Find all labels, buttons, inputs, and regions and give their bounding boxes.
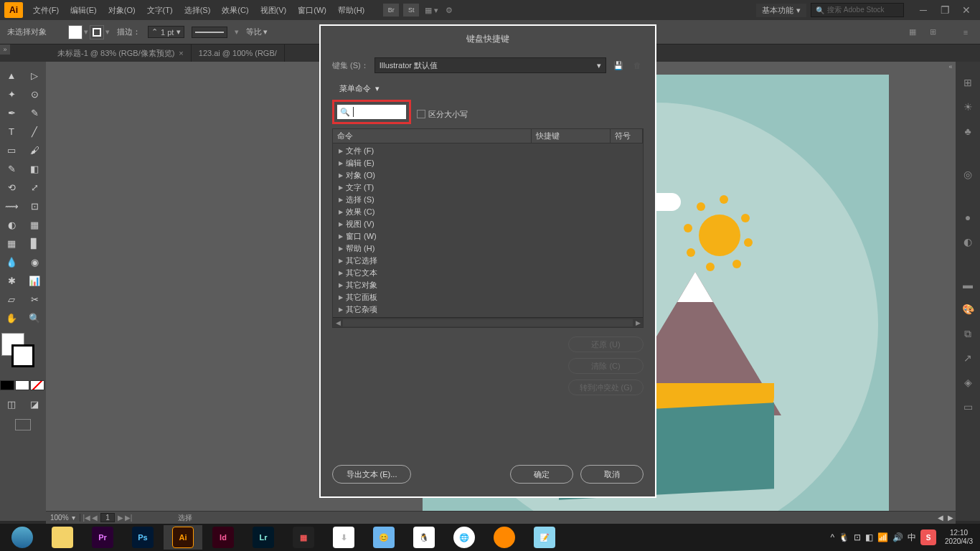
next-artboard-icon[interactable]: ▶ xyxy=(118,514,123,522)
close-tab-icon[interactable]: × xyxy=(179,49,183,57)
zoom-dropdown[interactable]: 100% ▾ xyxy=(46,514,80,522)
ok-button[interactable]: 确定 xyxy=(510,465,573,484)
table-scrollbar[interactable]: ◀ ▶ xyxy=(333,317,643,327)
magic-wand-tool[interactable]: ✦ xyxy=(0,85,23,103)
menu-type[interactable]: 文字(T) xyxy=(141,0,179,20)
delete-keyset-icon[interactable]: 🗑 xyxy=(631,59,644,72)
direct-selection-tool[interactable]: ▷ xyxy=(23,66,46,85)
blend-tool[interactable]: ◉ xyxy=(23,253,46,271)
eyedropper-tool[interactable]: 💧 xyxy=(0,253,23,271)
column-graph-tool[interactable]: 📊 xyxy=(23,271,46,290)
libraries-panel-icon[interactable]: ☀ xyxy=(959,99,976,115)
color-swatch-none[interactable] xyxy=(30,380,44,390)
graphic-styles-panel-icon[interactable]: ↗ xyxy=(959,350,976,366)
fill-stroke-picker[interactable] xyxy=(0,331,46,367)
screen-mode-button[interactable] xyxy=(0,419,46,430)
color-swatch-black[interactable] xyxy=(0,380,14,390)
command-row[interactable]: ▶文字 (T) xyxy=(333,182,643,194)
symbol-sprayer-tool[interactable]: ✱ xyxy=(0,271,23,290)
stroke-width-input[interactable]: ⌃ 1 pt ▾ xyxy=(148,26,184,38)
taskbar-clock[interactable]: 12:10 2020/4/3 xyxy=(941,529,977,546)
command-row[interactable]: ▶编辑 (E) xyxy=(333,157,643,169)
pen-tool[interactable]: ✒ xyxy=(0,103,23,122)
scroll-right-icon[interactable]: ▶ xyxy=(946,514,956,522)
command-row[interactable]: ▶帮助 (H) xyxy=(333,242,643,255)
col-shortcut[interactable]: 快捷键 xyxy=(532,129,611,143)
collapse-panels-icon[interactable]: « xyxy=(946,62,956,72)
tray-expand-icon[interactable]: ^ xyxy=(830,532,834,542)
taskbar-lightroom[interactable]: Lr xyxy=(244,525,283,550)
first-artboard-icon[interactable]: |◀ xyxy=(83,514,91,522)
slice-tool[interactable]: ✂ xyxy=(23,290,46,309)
col-symbol[interactable]: 符号 xyxy=(611,129,643,143)
menu-file[interactable]: 文件(F) xyxy=(27,0,65,20)
menu-view[interactable]: 视图(V) xyxy=(255,0,293,20)
tray-app-icon[interactable]: ⊡ xyxy=(854,532,861,542)
line-tool[interactable]: ╱ xyxy=(23,122,46,141)
artboard-tool[interactable]: ▱ xyxy=(0,290,23,309)
taskbar-indesign[interactable]: Id xyxy=(204,525,242,550)
keyset-dropdown[interactable]: Illustrator 默认值 ▾ xyxy=(374,57,606,73)
taskbar-qq[interactable]: 🐧 xyxy=(405,525,443,550)
taskbar-chrome[interactable]: 🌐 xyxy=(445,525,484,550)
workspace-dropdown[interactable]: 基本功能 ▾ xyxy=(756,4,806,17)
stepper-icon[interactable]: ⌃ xyxy=(151,27,158,37)
uniform-scale-dropdown[interactable]: 等比 ▾ xyxy=(246,27,268,37)
document-setup-icon[interactable]: ▦ xyxy=(905,25,920,39)
artboards-panel-icon[interactable]: ▭ xyxy=(959,399,976,415)
document-tab[interactable]: 123.ai @ 100% (RGB/ xyxy=(192,44,285,62)
stock-search-input[interactable]: 🔍 搜索 Adobe Stock xyxy=(811,3,904,17)
menu-window[interactable]: 窗口(W) xyxy=(292,0,332,20)
selection-tool[interactable]: ▲ xyxy=(0,66,23,85)
scroll-left-icon[interactable]: ◀ xyxy=(936,514,946,522)
preferences-icon[interactable]: ⊞ xyxy=(925,25,940,39)
mesh-tool[interactable]: ▦ xyxy=(0,234,23,253)
tray-ime-icon[interactable]: 中 xyxy=(908,532,916,544)
scroll-left-icon[interactable]: ◀ xyxy=(333,319,343,326)
curvature-tool[interactable]: ✎ xyxy=(23,103,46,122)
color-panel-icon[interactable]: ● xyxy=(959,209,976,225)
shaper-tool[interactable]: ✎ xyxy=(0,159,23,178)
stroke-swatch[interactable] xyxy=(90,25,104,39)
menu-effect[interactable]: 效果(C) xyxy=(216,0,254,20)
rotate-tool[interactable]: ⟲ xyxy=(0,178,23,197)
draw-mode-behind[interactable]: ◪ xyxy=(23,395,46,413)
command-type-dropdown[interactable]: 菜单命令 ▾ xyxy=(339,83,380,94)
taskbar-illustrator[interactable]: Ai xyxy=(164,525,202,550)
panel-menu-icon[interactable]: ≡ xyxy=(958,25,973,39)
color-guide-panel-icon[interactable]: ◐ xyxy=(959,234,976,250)
fill-swatch[interactable] xyxy=(68,25,83,39)
brushes-panel-icon[interactable]: ♣ xyxy=(959,123,976,139)
rectangle-tool[interactable]: ▭ xyxy=(0,141,23,159)
prev-artboard-icon[interactable]: ◀ xyxy=(92,514,98,522)
command-row[interactable]: ▶选择 (S) xyxy=(333,194,643,206)
arrange-docs-icon[interactable]: ▦ ▾ xyxy=(425,6,438,15)
command-row[interactable]: ▶其它选择 xyxy=(333,255,643,267)
tray-network-icon[interactable]: 📶 xyxy=(877,532,888,542)
hand-tool[interactable]: ✋ xyxy=(0,309,23,327)
command-row[interactable]: ▶其它文本 xyxy=(333,267,643,279)
save-keyset-icon[interactable]: 💾 xyxy=(612,59,625,72)
zoom-tool[interactable]: 🔍 xyxy=(23,309,46,327)
expand-tabs-icon[interactable]: » xyxy=(0,44,10,55)
menu-select[interactable]: 选择(S) xyxy=(179,0,217,20)
lasso-tool[interactable]: ⊙ xyxy=(23,85,46,103)
cancel-button[interactable]: 取消 xyxy=(580,465,644,484)
artboard-number-input[interactable]: 1 xyxy=(100,513,115,522)
taskbar-app[interactable]: ▦ xyxy=(284,525,323,550)
window-minimize[interactable]: ─ xyxy=(914,3,933,17)
command-row[interactable]: ▶文件 (F) xyxy=(333,145,643,157)
document-tab[interactable]: 未标题-1 @ 83% (RGB/像素预览) × xyxy=(50,44,192,62)
taskbar-browser[interactable] xyxy=(3,525,42,550)
tray-sogou-icon[interactable]: S xyxy=(920,529,936,545)
perspective-grid-tool[interactable]: ▦ xyxy=(23,215,46,234)
width-tool[interactable]: ⟿ xyxy=(0,197,23,215)
taskbar-notepad[interactable]: 📝 xyxy=(525,525,564,550)
window-maximize[interactable]: ❐ xyxy=(936,3,954,17)
export-text-button[interactable]: 导出文本 (E)... xyxy=(332,465,411,484)
command-row[interactable]: ▶其它面板 xyxy=(333,291,643,303)
layers-panel-icon[interactable]: ◈ xyxy=(959,375,976,390)
scroll-right-icon[interactable]: ▶ xyxy=(633,319,643,326)
taskbar-explorer[interactable] xyxy=(43,525,82,550)
draw-mode-normal[interactable]: ◫ xyxy=(0,395,23,413)
